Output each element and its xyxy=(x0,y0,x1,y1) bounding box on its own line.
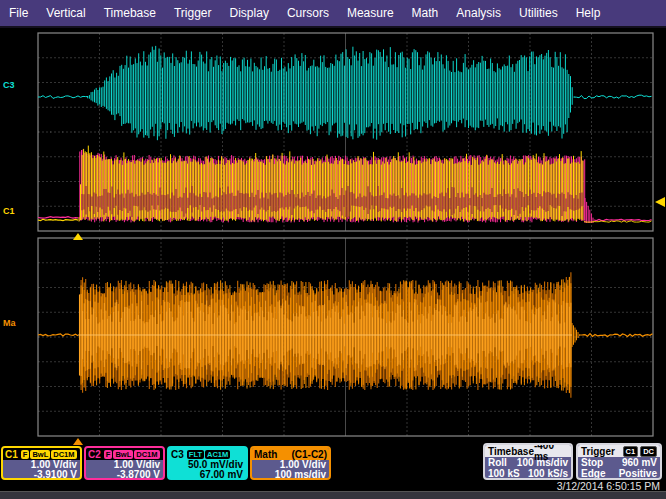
trace-label-c3[interactable]: C3 xyxy=(3,80,15,90)
trigger-level-marker-icon[interactable] xyxy=(655,197,665,207)
menu-item-measure[interactable]: Measure xyxy=(338,0,403,26)
channel-descriptor-c2[interactable]: C2FBwLDC1M1.00 V/div-3.8700 V xyxy=(84,446,165,480)
c1-trace-baseline-right xyxy=(584,221,652,222)
menu-bar: FileVerticalTimebaseTriggerDisplayCursor… xyxy=(0,0,666,28)
channel-descriptor-c1[interactable]: C1FBwLDC1M1.00 V/div-3.9100 V xyxy=(1,446,82,480)
c3-badge-ac1m: AC1M xyxy=(205,450,230,459)
menu-item-timebase[interactable]: Timebase xyxy=(95,0,165,26)
math-source-expression: (C1-C2) xyxy=(291,449,327,460)
trigger-source-badges: C1DC xyxy=(621,446,657,457)
menu-item-math[interactable]: Math xyxy=(403,0,448,26)
c2-label: C2 xyxy=(88,449,101,460)
math-trace-end-taper xyxy=(572,323,580,347)
trace-label-c1[interactable]: C1 xyxy=(3,206,15,216)
c1-setting-1: -3.9100 V xyxy=(6,470,77,480)
c2-settings: 1.00 V/div-3.8700 V xyxy=(86,460,163,480)
menu-item-utilities[interactable]: Utilities xyxy=(510,0,567,26)
trigger-label: Trigger xyxy=(581,446,615,457)
math-setting-1: 100 ms/div xyxy=(255,470,326,480)
waveform-display[interactable]: C3C1Ma xyxy=(0,0,666,499)
c2-trace-baseline-right xyxy=(594,219,652,220)
oscilloscope-screen: C3C1Ma FileVerticalTimebaseTriggerDispla… xyxy=(0,0,666,499)
c1-settings: 1.00 V/div-3.9100 V xyxy=(3,460,80,480)
trigger-settings: Stop960 mVEdgePositive xyxy=(578,457,660,479)
c2-badge-bwl: BwL xyxy=(113,450,133,459)
c3-settings: 50.0 mV/div67.00 mV xyxy=(169,460,246,480)
timebase-settings: Roll100 ms/div100 kS100 kS/s xyxy=(485,457,571,479)
c3-badge-flt: FLT xyxy=(187,450,204,459)
math-trigger-time-marker-icon[interactable] xyxy=(73,438,83,445)
c2-badge-dc1m: DC1M xyxy=(134,450,159,459)
c3-trace-baseline-left xyxy=(38,96,88,99)
math-label: Math xyxy=(254,449,277,460)
menu-item-trigger[interactable]: Trigger xyxy=(165,0,221,26)
timebase-label: Timebase xyxy=(488,446,534,457)
timebase-row-0-value: 100 ms/div xyxy=(517,457,568,468)
c2-setting-1: -3.8700 V xyxy=(89,470,160,480)
c3-trace-baseline-right xyxy=(574,95,652,98)
trigger-badge-dc: DC xyxy=(640,446,657,457)
trigger-panel[interactable]: Trigger C1DC Stop960 mVEdgePositive xyxy=(576,443,662,480)
c3-label: C3 xyxy=(171,449,184,460)
c1-badge-f: F xyxy=(21,450,30,459)
c1-trace-baseline-left xyxy=(38,219,78,220)
menu-item-analysis[interactable]: Analysis xyxy=(447,0,510,26)
trigger-row-1: EdgePositive xyxy=(581,468,657,479)
trigger-badge-c1: C1 xyxy=(623,446,639,457)
timebase-row-1-key: 100 kS xyxy=(488,468,520,479)
trigger-row-1-value: Positive xyxy=(619,468,657,479)
math-trace-baseline-left xyxy=(38,334,78,336)
trigger-row-1-key: Edge xyxy=(581,468,605,479)
c3-setting-1: 67.00 mV xyxy=(172,470,243,480)
channel-descriptor-math[interactable]: Math(C1-C2)1.00 V/div100 ms/div xyxy=(250,446,331,480)
trigger-row-0: Stop960 mV xyxy=(581,457,657,468)
trigger-time-marker-icon[interactable] xyxy=(73,233,83,240)
c2-trace-baseline-left xyxy=(38,217,78,218)
timebase-row-0: Roll100 ms/div xyxy=(488,457,568,468)
c1-label: C1 xyxy=(5,449,18,460)
menu-item-help[interactable]: Help xyxy=(567,0,610,26)
math-settings: 1.00 V/div100 ms/div xyxy=(252,460,329,480)
c2-badge-f: F xyxy=(104,450,113,459)
math-trace-baseline-right xyxy=(580,334,653,337)
timebase-title-bar: Timebase -400 ms xyxy=(485,445,571,457)
menu-item-cursors[interactable]: Cursors xyxy=(278,0,338,26)
trigger-row-0-key: Stop xyxy=(581,457,603,468)
menu-item-display[interactable]: Display xyxy=(221,0,278,26)
trigger-row-0-value: 960 mV xyxy=(622,457,657,468)
timebase-row-0-key: Roll xyxy=(488,457,507,468)
menu-item-vertical[interactable]: Vertical xyxy=(37,0,94,26)
timebase-panel[interactable]: Timebase -400 ms Roll100 ms/div100 kS100… xyxy=(483,443,573,480)
c1-badge-dc1m: DC1M xyxy=(51,450,76,459)
bottom-status-strip xyxy=(0,491,666,499)
channel-descriptor-c3[interactable]: C3FLTAC1M50.0 mV/div67.00 mV xyxy=(167,446,248,480)
timebase-row-1: 100 kS100 kS/s xyxy=(488,468,568,479)
trace-label-math[interactable]: Ma xyxy=(3,318,16,328)
c1-badge-bwl: BwL xyxy=(30,450,50,459)
menu-item-file[interactable]: File xyxy=(0,0,37,26)
c3-trace-burst xyxy=(86,46,574,140)
timebase-row-1-value: 100 kS/s xyxy=(528,468,568,479)
trigger-title-bar: Trigger C1DC xyxy=(578,445,660,457)
